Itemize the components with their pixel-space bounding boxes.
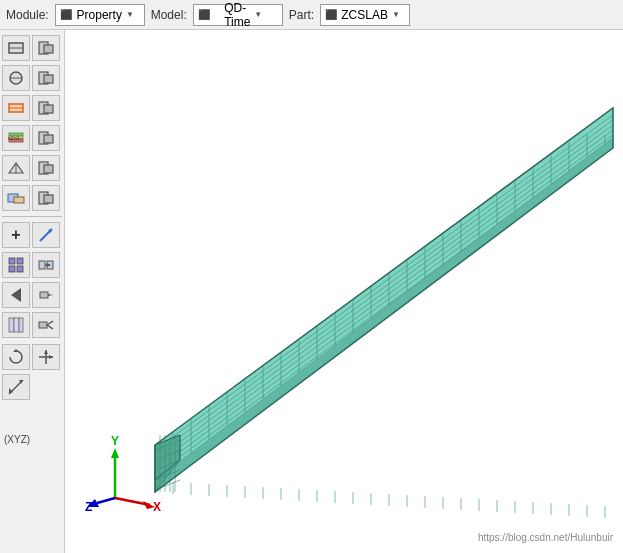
tool-btn-material[interactable] [2, 65, 30, 91]
module-label: Module: [6, 8, 49, 22]
tool-btn-profile[interactable] [2, 95, 30, 121]
svg-rect-31 [9, 266, 15, 272]
svg-rect-40 [9, 318, 14, 332]
tool-row-8: + [2, 221, 62, 249]
model-select[interactable]: ⬛ QD-Time ▼ [193, 4, 283, 26]
tool-btn-section2[interactable] [32, 35, 60, 61]
tool-btn-composite2[interactable] [32, 125, 60, 151]
svg-rect-29 [9, 258, 15, 264]
svg-rect-26 [44, 195, 53, 203]
svg-marker-49 [44, 350, 48, 354]
tool-btn-move[interactable] [32, 282, 60, 308]
svg-rect-32 [17, 266, 23, 272]
tool-btn-grid[interactable] [2, 252, 30, 278]
tool-btn-connector[interactable] [32, 252, 60, 278]
tool-row-11 [2, 311, 62, 339]
part-label: Part: [289, 8, 314, 22]
svg-rect-42 [19, 318, 23, 332]
svg-line-45 [47, 325, 53, 329]
svg-text:n2: n2 [8, 135, 14, 141]
svg-rect-33 [39, 261, 45, 269]
tool-btn-plus[interactable]: + [2, 222, 30, 248]
tool-btn-cut[interactable] [32, 312, 60, 338]
tool-btn-view[interactable] [2, 374, 30, 400]
svg-rect-18 [44, 135, 53, 143]
svg-text:n1: n1 [14, 135, 20, 141]
svg-text:Y: Y [111, 434, 119, 448]
tool-row-4: n2 n1 [2, 124, 62, 152]
top-toolbar: Module: ⬛ Property ▼ Model: ⬛ QD-Time ▼ … [0, 0, 623, 30]
tool-btn-assign2[interactable] [32, 185, 60, 211]
tool-btn-rotate2[interactable] [32, 344, 60, 370]
tool-row-13 [2, 373, 62, 401]
tool-row-10 [2, 281, 62, 309]
axis-indicator: Y X Z [85, 433, 165, 513]
svg-rect-22 [44, 165, 53, 173]
left-sidebar: n2 n1 [0, 30, 65, 553]
tool-btn-composite[interactable]: n2 n1 [2, 125, 30, 151]
main-layout: n2 n1 [0, 30, 623, 553]
tool-row-6 [2, 184, 62, 212]
tool-row-2 [2, 64, 62, 92]
svg-marker-50 [49, 355, 53, 359]
tool-row-3 [2, 94, 62, 122]
tool-row-rot [2, 343, 62, 371]
svg-rect-38 [40, 292, 48, 298]
svg-marker-39 [48, 294, 53, 296]
svg-rect-43 [39, 322, 47, 328]
tool-btn-assign[interactable] [2, 185, 30, 211]
svg-marker-129 [111, 448, 119, 458]
tool-row-1 [2, 34, 62, 62]
svg-marker-46 [13, 349, 19, 352]
tool-btn-orient2[interactable] [32, 155, 60, 181]
viewport[interactable]: Y X Z https://blog.csdn.net/Hulunbuir [65, 30, 623, 553]
tool-btn-profile2[interactable] [32, 95, 60, 121]
module-select[interactable]: ⬛ Property ▼ [55, 4, 145, 26]
svg-rect-7 [44, 75, 53, 83]
svg-rect-41 [14, 318, 19, 332]
svg-rect-3 [44, 45, 53, 53]
tool-row-5 [2, 154, 62, 182]
svg-rect-24 [14, 197, 24, 203]
tool-btn-section[interactable] [2, 35, 30, 61]
svg-rect-30 [17, 258, 23, 264]
part-select[interactable]: ⬛ ZCSLAB ▼ [320, 4, 410, 26]
tool-row-9 [2, 251, 62, 279]
model-label: Model: [151, 8, 187, 22]
tool-btn-orient[interactable] [2, 155, 30, 181]
svg-text:X: X [153, 500, 161, 513]
svg-line-44 [47, 321, 53, 325]
tool-btn-arrow-diag[interactable] [32, 222, 60, 248]
tool-btn-arrow-left[interactable] [2, 282, 30, 308]
tool-btn-material2[interactable] [32, 65, 60, 91]
svg-marker-37 [11, 288, 21, 302]
tool-btn-rotate[interactable] [2, 344, 30, 370]
xyz-label: (XYZ) [4, 434, 30, 445]
svg-rect-11 [44, 105, 53, 113]
svg-text:Z: Z [85, 500, 92, 513]
tool-btn-mesh[interactable] [2, 312, 30, 338]
